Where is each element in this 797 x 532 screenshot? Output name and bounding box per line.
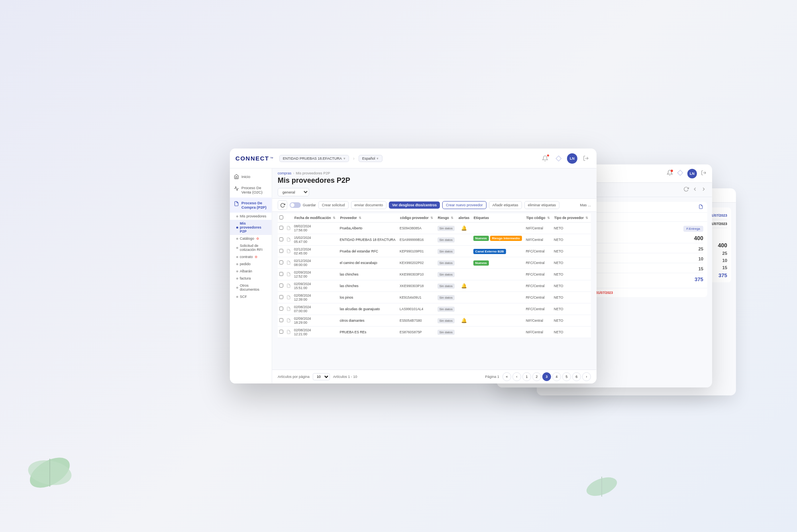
diamond-icon[interactable] [554,153,564,164]
refresh-btn[interactable] [278,200,287,210]
sidebar-sub-factura[interactable]: factura [230,275,272,282]
back-win-arrow-left[interactable] [692,186,698,194]
back-doc-icon[interactable] [699,204,703,210]
crear-proveedor-btn[interactable]: Crear nuevo proveedor [442,201,487,209]
back-win-icon-diamond[interactable] [677,170,683,178]
logo-area: CONNECT ™ [236,155,275,162]
main-window: CONNECT ™ ENTIDAD PRUEBAS 18.EFACTURA ▾ … [230,149,597,383]
col-fecha[interactable]: Fecha de modificación ⇅ [292,213,338,223]
row-checkbox-9[interactable] [279,330,283,334]
back-win-refresh[interactable] [683,186,689,194]
back-win-icon-bell[interactable] [667,170,673,178]
row-doc-icon-7 [287,307,291,311]
sidebar-sub-mis-proveedores-p2p[interactable]: Mis proveedores P2P [230,220,272,235]
row-checkbox-3[interactable] [279,260,283,264]
row-doc-icon-0 [287,226,291,230]
chevron-down-lang-icon: ▾ [377,156,379,160]
chevron-down-icon: ▾ [344,156,345,160]
sidebar-catalogo-label: Catálogo [240,237,254,241]
row-checkbox-4[interactable] [279,272,283,276]
page-next-btn[interactable]: › [582,372,591,381]
table-row: 02/08/202412:21:00 PRUEBA ES REs ES8760S… [278,327,591,338]
far-num-2: 25 [722,251,727,256]
filter-select[interactable]: general [278,188,309,196]
page-prev-btn[interactable]: ‹ [512,372,521,381]
page-label: Página 1 [485,375,499,379]
sidebar-pedido-label: pedido [240,262,251,266]
tag-nuevos-1: Nuevos [473,236,489,241]
page-6-btn[interactable]: 6 [572,372,581,381]
table-row: 02/08/202407:00:00 las alcudias de guana… [278,303,591,315]
far-num-1: 400 [718,242,727,248]
row-doc-icon-5 [287,284,291,288]
row-checkbox-5[interactable] [279,284,283,288]
per-page-select[interactable]: 10 20 50 [313,373,330,380]
sidebar-otros-label: Otros documentos [240,284,268,291]
col-check [278,213,285,223]
sidebar-sub-scf[interactable]: SCF [230,293,272,300]
row-checkbox-1[interactable] [279,237,283,241]
toggle-switch[interactable] [290,202,301,208]
sidebar-sub-pedido[interactable]: pedido [230,260,272,268]
row-checkbox-0[interactable] [279,226,283,230]
sidebar-item-venta[interactable]: Proceso De Venta (O2C) [230,182,272,198]
sidebar-item-inicio[interactable]: Inicio [230,171,272,182]
table-row: 02/08/202412:39:00 los pinos KE9154s09U1… [278,292,591,303]
col-riesgo[interactable]: Riesgo ⇅ [436,213,456,223]
anadir-etiquetas-btn[interactable]: Añadir etiquetas [489,201,522,209]
table-row: 15/02/202405:47:00 ENTIDAD PRUEBAS 18 EF… [278,234,591,246]
toggle-label: Guardar [303,203,316,207]
select-all-checkbox[interactable] [279,215,283,219]
col-proveedor[interactable]: Proveedor ⇅ [338,213,398,223]
page-4-btn[interactable]: 4 [552,372,561,381]
sidebar-mis-prov-p2p-label: Mis proveedores P2P [240,221,268,233]
layout: Inicio Proceso De Venta (O2C) Proceso De… [230,168,597,383]
enviar-documento-btn[interactable]: enviar documento [351,201,387,209]
row-checkbox-6[interactable] [279,295,283,299]
table-container: Fecha de modificación ⇅ Proveedor ⇅ códi… [272,212,597,370]
ver-desglose-btn[interactable]: Ver desglose dtos/centros [389,201,440,209]
sidebar-item-compra[interactable]: Proceso De Compra (P2P) [230,198,272,213]
col-codigo[interactable]: código proveedor ⇅ [398,213,436,223]
col-tipo-proveedor[interactable]: Tipo de proveedor ⇅ [552,213,591,223]
sidebar-sub-albaran[interactable]: Albarán [230,268,272,275]
table-row: 02/12/202402:45:00 Prueba del estandar R… [278,246,591,257]
logout-icon[interactable] [581,153,591,164]
sidebar-sub-otros[interactable]: Otros documentos [230,282,272,293]
breadcrumb-separator: › [353,156,355,161]
page-5-btn[interactable]: 5 [562,372,571,381]
user-avatar[interactable]: LN [567,153,577,164]
page-2-btn[interactable]: 2 [532,372,541,381]
row-checkbox-2[interactable] [279,249,283,253]
sidebar-sub-solicitud[interactable]: Solicitud de cotización RFI [230,242,272,253]
toolbar-toggle: Guardar [290,202,316,208]
sort-riesgo-icon: ⇅ [451,216,453,220]
row-checkbox-7[interactable] [279,307,283,311]
sidebar-venta-label: Proceso De Venta (O2C) [241,186,268,194]
tag-nuevos-3: Nuevos [473,260,489,266]
page-1-btn[interactable]: 1 [522,372,531,381]
bell-icon[interactable] [540,153,550,164]
entity-selector[interactable]: ENTIDAD PRUEBAS 18.EFACTURA ▾ [279,155,349,162]
crear-solicitud-btn[interactable]: Crear solicitud [318,201,349,209]
page-first-btn[interactable]: « [503,372,511,381]
breadcrumb-current: Mis proveedores P2P [296,171,330,175]
col-tipo-codigo[interactable]: Tipo código ⇅ [524,213,552,223]
breadcrumb-sep: › [293,171,294,175]
table-row: 02/09/202418:29:00 citros diamantes ES50… [278,315,591,327]
back-win-arrow-right[interactable] [701,186,707,194]
breadcrumb-compras[interactable]: compras [278,171,292,175]
back-win-avatar[interactable]: LN [687,169,697,178]
sidebar-sub-contrato[interactable]: contrato ⚙ [230,253,272,260]
eliminar-etiquetas-btn[interactable]: eliminar etiquetas [524,201,560,209]
row-checkbox-8[interactable] [279,318,283,322]
page-3-btn[interactable]: 3 [542,372,551,381]
per-page-label: Artículos por página [278,375,310,379]
mas-btn[interactable]: Mas ... [580,203,591,207]
row-doc-icon-6 [287,295,291,299]
sidebar-sub-catalogo[interactable]: Catálogo ⚙ [230,235,272,242]
sidebar-sub-mis-proveedores[interactable]: Mis proveedores [230,213,272,220]
back-num-375: 375 [695,276,703,282]
back-win-logout[interactable] [701,170,707,177]
language-selector[interactable]: Español ▾ [359,155,383,162]
